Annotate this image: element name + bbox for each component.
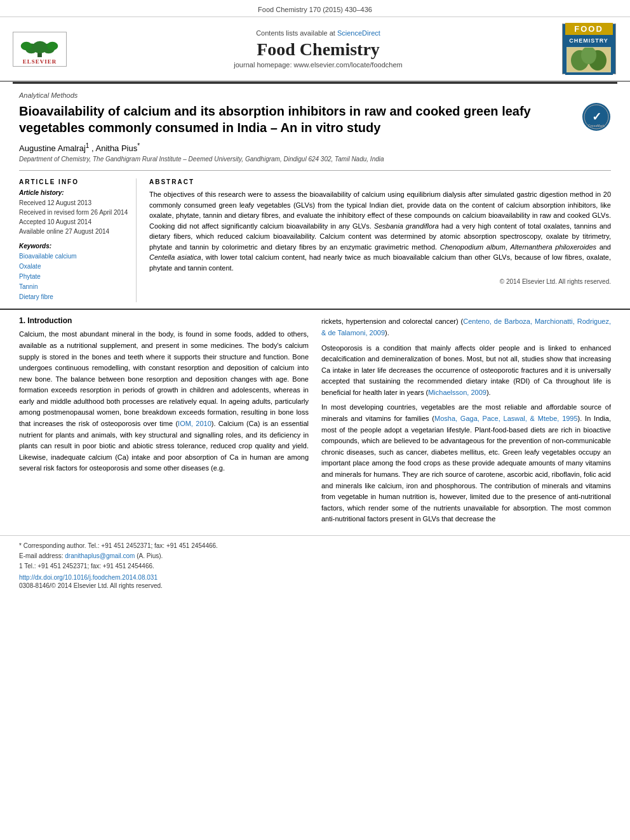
accepted-date: Accepted 10 August 2014 [19,217,128,227]
intro-paragraph3: Osteoporosis is a condition that mainly … [321,343,611,399]
keyword-bioavailable-calcium[interactable]: Bioavailable calcium [19,251,128,262]
article-info-heading: ARTICLE INFO [19,178,128,185]
journal-homepage: journal homepage: www.elsevier.com/locat… [83,61,554,69]
email-link[interactable]: dranithaplus@gmail.com [65,552,135,559]
body-right-col: rickets, hypertension and colorectal can… [321,316,611,529]
email-suffix: (A. Pius). [135,552,163,559]
keywords-section: Keywords: Bioavailable calcium Oxalate P… [19,243,128,302]
email-label: E-mail address: [19,552,65,559]
revised-date: Received in revised form 26 April 2014 [19,208,128,217]
elsevier-tree-logo: ELSEVIER [13,32,67,67]
contents-label: Contents lists available at [256,29,337,37]
keywords-label: Keywords: [19,243,128,250]
journal-title: Food Chemistry [83,39,554,60]
svg-point-5 [47,41,58,50]
abstract-heading: ABSTRACT [149,178,611,185]
article-type: Analytical Methods [19,91,611,99]
sciencedirect-link[interactable]: ScienceDirect [337,29,380,37]
body-left-col: 1. Introduction Calcium, the most abunda… [19,316,309,529]
crossmark-icon: ✓ CrossMark [582,103,611,131]
fc-logo-chemistry: CHEMISTRY [569,37,608,44]
abstract-col: ABSTRACT The objectives of this research… [149,178,611,302]
article-info-col: ARTICLE INFO Article history: Received 1… [19,178,137,302]
copyright-line: © 2014 Elsevier Ltd. All rights reserved… [149,278,611,285]
header-center: Contents lists available at ScienceDirec… [83,29,554,69]
ref-michaelsson[interactable]: Michaelsson, 2009 [428,389,486,396]
crossmark-circle: ✓ CrossMark [582,103,610,131]
keyword-dietary-fibre[interactable]: Dietary fibre [19,292,128,302]
elsevier-name-text: ELSEVIER [23,58,57,66]
author1-sup: 1 [86,142,90,149]
keyword-tannin[interactable]: Tannin [19,282,128,292]
author2-sup: * [137,142,140,149]
article-info-abstract: ARTICLE INFO Article history: Received 1… [19,170,611,302]
article-history-label: Article history: [19,189,128,196]
svg-point-4 [21,41,32,50]
fc-logo-food: FOOD [574,24,603,34]
intro-paragraph4: In most developing countries, vegetables… [321,402,611,525]
keyword-oxalate[interactable]: Oxalate [19,262,128,272]
ref-centeno[interactable]: Centeno, de Barboza, Marchionatti, Rodri… [321,317,611,337]
available-date: Available online 27 August 2014 [19,227,128,236]
article-footer: * Corresponding author. Tel.: +91 451 24… [0,535,630,594]
svg-text:CrossMark: CrossMark [588,124,605,128]
svg-text:✓: ✓ [592,110,601,123]
author1-name: Augustine Amalraj [19,143,86,153]
corresponding-note: * Corresponding author. Tel.: +91 451 24… [19,541,611,551]
intro-section-title: 1. Introduction [19,316,309,325]
affiliation: Department of Chemistry, The Gandhigram … [19,156,611,163]
abstract-text: The objectives of this research were to … [149,189,611,273]
ref-iom-2010[interactable]: IOM, 2010 [178,420,211,427]
main-body: 1. Introduction Calcium, the most abunda… [0,309,630,529]
intro-paragraph2: rickets, hypertension and colorectal can… [321,316,611,338]
author2-name: , Anitha Pius [91,143,137,153]
authors: Augustine Amalraj1 , Anitha Pius* [19,142,611,153]
ref-mosha[interactable]: Mosha, Gaga, Pace, Laswal, & Mtebe, 1995 [434,415,578,422]
intro-paragraph1: Calcium, the most abundant mineral in th… [19,329,309,474]
article-title: Bioavailability of calcium and its absor… [19,103,570,136]
article-section: Analytical Methods Bioavailability of ca… [0,84,630,302]
keyword-phytate[interactable]: Phytate [19,272,128,282]
received-date: Received 12 August 2013 [19,198,128,208]
journal-ref: Food Chemistry 170 (2015) 430–436 [258,6,372,13]
footer-doi[interactable]: http://dx.doi.org/10.1016/j.foodchem.201… [19,574,611,581]
fc-logo-right: FOOD CHEMISTRY [560,23,617,74]
top-bar: Food Chemistry 170 (2015) 430–436 [0,0,630,17]
header: ELSEVIER Contents lists available at Sci… [0,17,630,82]
contents-line: Contents lists available at ScienceDirec… [83,29,554,37]
email-line: E-mail address: dranithaplus@gmail.com (… [19,551,611,561]
elsevier-logo-left: ELSEVIER [13,32,76,67]
footnote1: 1 Tel.: +91 451 2452371; fax: +91 451 24… [19,561,611,571]
fc-logo-box: FOOD CHEMISTRY [562,23,616,74]
page: Food Chemistry 170 (2015) 430–436 ELSEVI… [0,0,630,594]
article-title-area: Bioavailability of calcium and its absor… [19,103,611,136]
footer-copy: 0308-8146/© 2014 Elsevier Ltd. All right… [19,582,611,589]
